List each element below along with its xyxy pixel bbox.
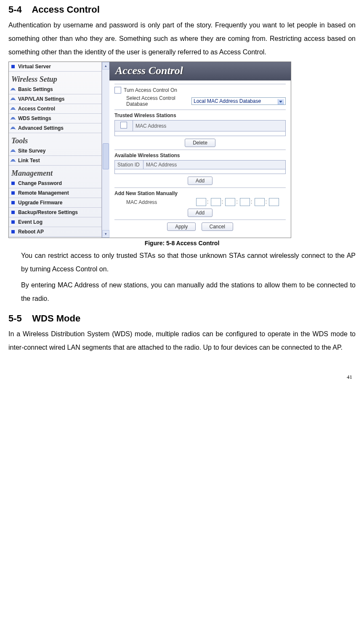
panel-banner: Access Control [109,62,291,80]
colon: : [221,199,224,205]
divider [114,150,286,150]
turn-on-label: Turn Access Control On [124,87,177,93]
wireless-icon [11,148,16,153]
label: Backup/Restore Settings [18,209,78,215]
num: 5-4 [8,4,22,15]
db-select[interactable]: Local MAC Address Database [191,97,286,105]
available-mac-col: MAC Address [143,161,286,169]
label: Event Log [18,219,43,225]
figure-caption: Figure: 5-8 Access Control [8,240,356,246]
apply-button[interactable]: Apply [167,222,196,231]
available-table: Station ID MAC Address [114,160,286,174]
mac-input-6[interactable] [269,198,279,206]
scroll-track[interactable] [102,70,109,230]
label: Advanced Settings [18,125,64,131]
available-heading: Available Wireless Stations [114,153,286,158]
mac-input-3[interactable] [225,198,235,206]
label: Remote Management [18,190,69,196]
mac-input-1[interactable] [196,198,206,206]
scroll-up-icon[interactable]: ▴ [102,62,109,70]
square-icon [11,191,15,195]
sidebar-item-remote-management[interactable]: Remote Management [9,188,101,198]
after-paragraph-1: You can restrict access to only trusted … [21,249,356,276]
section-5-4-paragraph: Authentication by username and password … [8,19,356,59]
square-icon [11,182,15,185]
divider [114,110,286,110]
square-icon [11,220,15,224]
mac-input-5[interactable] [255,198,265,206]
wireless-icon [11,126,16,130]
mac-input-2[interactable] [211,198,221,206]
chevron-down-icon [279,101,282,103]
select-db-label: Select Access Control Database [126,95,189,107]
title: Access Control [32,4,99,15]
mac-label: MAC Address [126,199,194,205]
add-available-button[interactable]: Add [188,177,213,185]
sidebar-item-basic-settings[interactable]: Basic Settings [9,85,101,94]
sidebar-item-virtual-server[interactable]: Virtual Server [9,62,101,72]
sidebar-item-event-log[interactable]: Event Log [9,217,101,227]
label: Access Control [18,106,55,112]
label: Site Survey [18,148,45,154]
section-5-5-paragraph: In a Wireless Distribution System (WDS) … [8,327,356,354]
wireless-icon [11,96,16,101]
label: VAP/VLAN Settings [18,96,64,102]
num: 5-5 [8,313,22,324]
main-panel: Access Control Turn Access Control On Se… [109,62,291,238]
wireless-icon [11,87,16,91]
sidebar-item-reboot-ap[interactable]: Reboot AP [9,227,101,237]
colon: : [235,199,238,205]
add-manual-button[interactable]: Add [188,209,213,217]
section-5-5-heading: 5-5 WDS Mode [8,313,356,324]
turn-on-row: Turn Access Control On [114,87,286,94]
scroll-thumb[interactable] [103,143,109,169]
mac-row: MAC Address : : : : : [114,198,286,206]
scroll-down-icon[interactable]: ▾ [102,230,109,238]
sidebar-header-wireless: Wireless Setup [9,72,101,85]
panel-title: Access Control [115,64,285,77]
label: Link Test [18,158,40,163]
sidebar-item-upgrade-firmware[interactable]: Upgrade Firmware [9,198,101,208]
add-new-heading: Add New Station Manually [114,190,286,196]
section-5-4-heading: 5-4 Access Control [8,4,356,15]
screenshot-access-control: Virtual Server Wireless Setup Basic Sett… [8,62,291,238]
after-paragraph-2: By entering MAC Address of new stations,… [21,278,356,305]
sidebar-item-vap-vlan[interactable]: VAP/VLAN Settings [9,94,101,104]
station-id-col: Station ID [115,161,143,169]
colon: : [206,199,209,205]
select-db-row: Select Access Control Database Local MAC… [114,95,286,107]
sidebar-header-tools: Tools [9,133,101,146]
colon: : [265,199,268,205]
db-select-value: Local MAC Address Database [194,98,261,104]
available-empty-row [115,169,286,174]
label: Upgrade Firmware [18,200,62,206]
square-icon [11,65,15,68]
trusted-select-all-checkbox[interactable] [120,122,127,129]
sidebar-item-advanced-settings[interactable]: Advanced Settings [9,123,101,133]
square-icon [11,230,15,233]
label: WDS Settings [18,115,51,121]
divider [114,187,286,188]
wireless-icon [11,158,16,162]
trusted-table: MAC Address [114,120,286,136]
label: Change Password [18,180,62,186]
sidebar-item-site-survey[interactable]: Site Survey [9,146,101,156]
sidebar-item-backup-restore[interactable]: Backup/Restore Settings [9,208,101,217]
label: Basic Settings [18,86,53,92]
label: Reboot AP [18,229,44,235]
sidebar-item-access-control[interactable]: Access Control [9,104,101,114]
turn-on-checkbox[interactable] [114,87,121,94]
sidebar-item-link-test[interactable]: Link Test [9,156,101,166]
colon: : [250,199,253,205]
square-icon [11,211,15,214]
sidebar-item-wds-settings[interactable]: WDS Settings [9,114,101,123]
cancel-button[interactable]: Cancel [202,222,233,231]
sidebar-item-change-password[interactable]: Change Password [9,179,101,188]
wireless-icon [11,116,16,120]
mac-input-4[interactable] [240,198,250,206]
sidebar-header-management: Management [9,166,101,179]
square-icon [11,201,15,204]
delete-button[interactable]: Delete [185,139,215,147]
trusted-mac-col: MAC Address [133,121,286,131]
sidebar-scrollbar[interactable]: ▴ ▾ [102,62,109,238]
